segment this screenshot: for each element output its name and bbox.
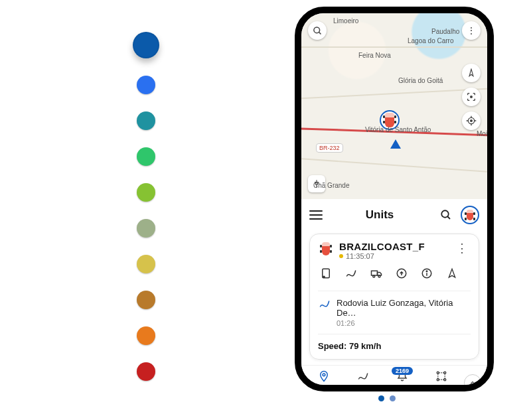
selected-unit-button[interactable] (461, 206, 479, 224)
svg-point-0 (313, 27, 319, 33)
map-search-button[interactable] (308, 21, 327, 40)
nav-trips[interactable]: Trips (346, 370, 380, 391)
action-truck-icon[interactable] (370, 267, 383, 280)
action-nav-icon[interactable] (445, 267, 459, 280)
map-place-label: Glória do Goitá (398, 77, 443, 84)
color-swatch[interactable] (137, 111, 155, 130)
svg-point-12 (323, 276, 325, 277)
color-swatch[interactable] (137, 183, 155, 202)
unit-speed: Speed: 79 km/h (318, 341, 471, 351)
svg-point-14 (373, 275, 375, 277)
map-place-label: Lagoa do Carro (408, 37, 454, 44)
speed-value: 79 km/h (349, 341, 381, 351)
speed-label: Speed: (318, 341, 346, 351)
car-icon (322, 242, 330, 255)
svg-point-20 (323, 374, 325, 376)
nav-label: Units (316, 384, 331, 391)
sheet-search-button[interactable] (437, 206, 455, 224)
unit-route-time: 01:26 (337, 319, 471, 327)
color-swatch[interactable] (137, 255, 155, 273)
unit-time: 11:35:07 (339, 252, 448, 260)
svg-point-21 (437, 372, 439, 374)
svg-point-2 (471, 96, 473, 98)
sheet-header: Units (301, 199, 487, 228)
unit-name: BRAZILCOAST_F (339, 241, 448, 252)
route-icon (318, 298, 331, 312)
svg-point-9 (441, 210, 449, 218)
color-swatch[interactable] (137, 362, 155, 381)
map-place-label: Moi (477, 130, 487, 137)
color-swatch[interactable] (137, 147, 155, 166)
pin-icon (318, 370, 330, 383)
unit-card[interactable]: BRAZILCOAST_F 11:35:07 ⋮ Rodovia Lui (309, 234, 479, 360)
unit-route-address: Rodovia Luiz Gonzaga, Vitória De… (337, 298, 471, 318)
color-swatch[interactable] (133, 32, 159, 58)
carousel-dot[interactable] (378, 395, 384, 401)
action-info-icon[interactable] (420, 267, 433, 280)
unit-avatar (318, 241, 334, 257)
phone-frame: BR-232 ⋮ LimoeiroPaudalhoLagoa do CarroF… (295, 7, 494, 391)
nav-notifications[interactable]: 2169 Notificatio… (386, 370, 419, 391)
carousel-dots (378, 395, 396, 401)
svg-point-4 (471, 120, 473, 122)
svg-point-22 (444, 372, 446, 374)
color-swatch[interactable] (137, 76, 155, 94)
action-report-icon[interactable] (319, 267, 333, 280)
bottom-sheet: Units BRAZILCOAST_F 11:35:07 ⋮ (301, 199, 487, 385)
nav-units[interactable]: Units (307, 370, 341, 391)
notifications-badge: 2169 (392, 367, 413, 375)
map-compass-button[interactable] (462, 64, 481, 82)
road-shield: BR-232 (316, 143, 343, 153)
map-place-label: Paudalho (431, 28, 459, 35)
nav-label: Geofences (425, 384, 457, 391)
bottom-nav: Units Trips 2169 Notificatio… Geofences (301, 365, 487, 391)
action-route-icon[interactable] (344, 267, 358, 280)
trips-icon (356, 370, 370, 383)
color-swatch[interactable] (137, 326, 155, 345)
svg-point-23 (437, 379, 439, 381)
unit-route-row: Rodovia Luiz Gonzaga, Vitória De… 01:26 (318, 298, 471, 327)
action-share-icon[interactable] (395, 267, 408, 280)
svg-line-1 (319, 32, 321, 34)
svg-line-10 (447, 216, 450, 219)
carousel-dot[interactable] (390, 395, 396, 401)
map-more-button[interactable]: ⋮ (462, 21, 481, 40)
car-icon (467, 210, 473, 220)
car-icon (385, 113, 394, 127)
nav-expand-button[interactable] (464, 374, 481, 391)
map-place-label: Limoeiro (333, 17, 358, 25)
nav-geofences[interactable]: Geofences (425, 370, 458, 391)
nav-label: Notificatio… (384, 384, 420, 391)
color-palette (133, 32, 159, 381)
color-swatch[interactable] (137, 219, 155, 238)
svg-point-15 (378, 275, 380, 277)
svg-point-24 (444, 379, 446, 381)
menu-button[interactable] (309, 210, 323, 220)
unit-card-menu[interactable]: ⋮ (453, 241, 471, 255)
user-location-arrow (390, 139, 401, 149)
map-place-label: Feira Nova (358, 52, 391, 59)
svg-rect-13 (372, 271, 378, 275)
svg-point-19 (426, 271, 427, 272)
unit-card-actions (318, 265, 471, 284)
map-locate-button[interactable] (462, 111, 481, 130)
color-swatch[interactable] (137, 291, 155, 309)
nav-label: Trips (356, 384, 370, 391)
map-place-label: Vitória de Santo Antão (365, 126, 431, 133)
map-view[interactable]: BR-232 ⋮ LimoeiroPaudalhoLagoa do CarroF… (301, 13, 487, 199)
geofence-icon (435, 370, 447, 383)
map-place-label: Chã Grande (313, 182, 349, 189)
sheet-title: Units (328, 208, 431, 222)
map-center-button[interactable] (462, 88, 481, 106)
